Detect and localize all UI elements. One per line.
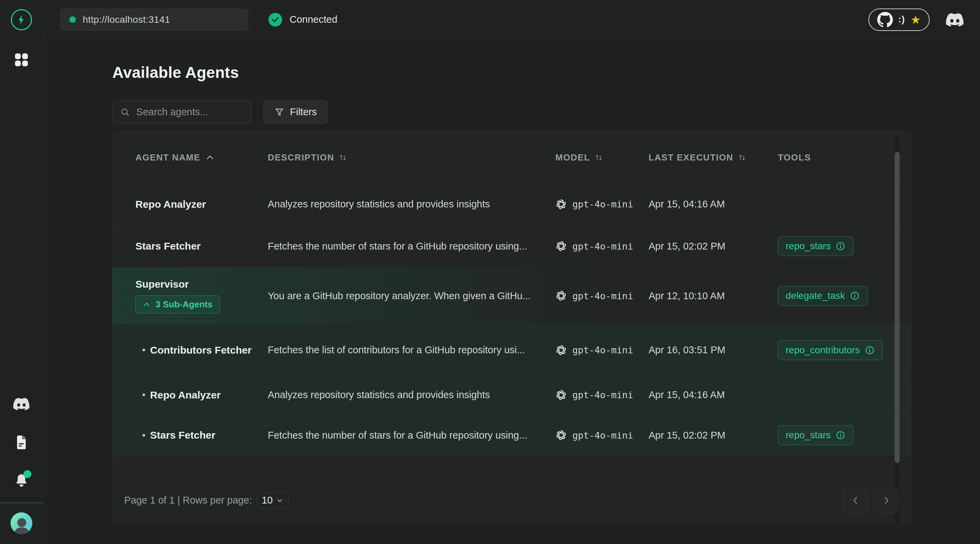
table-body: Repo AnalyzerAnalyzes repository statist…	[113, 183, 911, 456]
table-row[interactable]: •Stars FetcherFetches the number of star…	[113, 414, 911, 456]
github-icon	[877, 12, 893, 27]
openai-icon	[555, 240, 567, 252]
model-cell: gpt-4o-mini	[555, 290, 649, 301]
table-row[interactable]: Repo AnalyzerAnalyzes repository statist…	[113, 183, 911, 225]
info-icon	[835, 430, 846, 440]
sidebar-item-notifications[interactable]	[14, 473, 29, 488]
server-url-field[interactable]: http://localhost:3141	[60, 9, 248, 30]
last-execution-cell: Apr 15, 02:02 PM	[649, 241, 778, 252]
openai-icon	[555, 198, 567, 210]
github-star-button[interactable]: :) ★	[869, 8, 930, 31]
discord-link-icon[interactable]	[946, 13, 964, 27]
notification-dot	[24, 470, 31, 478]
user-avatar[interactable]	[11, 512, 32, 534]
search-input[interactable]	[137, 106, 243, 117]
description-cell: Fetches the number of stars for a GitHub…	[268, 430, 555, 441]
table-row[interactable]: Supervisor3 Sub-AgentsYou are a GitHub r…	[113, 267, 911, 324]
sub-agents-toggle[interactable]: 3 Sub-Agents	[135, 295, 220, 314]
filters-label: Filters	[290, 106, 317, 117]
connection-status: Connected	[269, 13, 337, 27]
table-row[interactable]: •Contributors FetcherFetches the list of…	[113, 324, 911, 376]
rows-per-page-select[interactable]: 10	[256, 492, 288, 508]
last-execution-cell: Apr 15, 04:16 AM	[649, 389, 778, 401]
sidebar-item-discord[interactable]	[13, 398, 30, 411]
collapse-icon	[143, 301, 151, 308]
model-cell: gpt-4o-mini	[555, 344, 649, 356]
agent-name-cell: •Stars Fetcher	[135, 430, 268, 441]
column-header-agent-name[interactable]: AGENT NAME	[135, 152, 268, 163]
info-icon	[850, 291, 860, 301]
status-label: Connected	[290, 14, 337, 25]
description-cell: Analyzes repository statistics and provi…	[268, 198, 555, 210]
pagination-summary: Page 1 of 1 | Rows per page:	[124, 495, 252, 506]
model-cell: gpt-4o-mini	[555, 430, 649, 441]
openai-icon	[555, 430, 567, 441]
tool-badge[interactable]: repo_stars	[778, 425, 853, 445]
sidebar-item-dashboard[interactable]	[14, 52, 29, 68]
search-box[interactable]	[112, 100, 251, 124]
model-name: gpt-4o-mini	[572, 390, 633, 400]
scrollbar-thumb[interactable]	[894, 152, 900, 463]
model-name: gpt-4o-mini	[572, 199, 633, 209]
description-cell: Analyzes repository statistics and provi…	[268, 389, 555, 401]
agent-name-cell: Repo Analyzer	[135, 198, 268, 210]
openai-icon	[555, 344, 567, 356]
next-page-button[interactable]	[873, 488, 899, 513]
main-content: Available Agents Filters AGENT NAMEDESCR…	[43, 40, 980, 544]
tool-badge[interactable]: repo_contributors	[778, 340, 883, 360]
column-header-description[interactable]: DESCRIPTION	[268, 152, 555, 163]
last-execution-cell: Apr 15, 02:02 PM	[649, 430, 778, 441]
sidebar-item-docs[interactable]	[14, 435, 28, 450]
tool-name: repo_stars	[786, 241, 830, 252]
app-logo[interactable]	[11, 9, 32, 30]
table-header: AGENT NAMEDESCRIPTIONMODELLAST EXECUTION…	[113, 132, 911, 183]
tool-badge[interactable]: repo_stars	[778, 236, 853, 256]
column-header-tools: TOOLS	[778, 152, 911, 163]
tool-badge[interactable]: delegate_task	[778, 286, 868, 306]
server-url: http://localhost:3141	[83, 14, 170, 25]
search-icon	[120, 106, 130, 118]
table-row[interactable]: •Repo AnalyzerAnalyzes repository statis…	[113, 376, 911, 414]
description-cell: You are a GitHub repository analyzer. Wh…	[268, 290, 555, 301]
table-row[interactable]: Stars FetcherFetches the number of stars…	[113, 225, 911, 267]
sidebar-divider	[0, 503, 43, 503]
tools-cell: repo_stars	[778, 425, 911, 445]
filters-button[interactable]: Filters	[263, 100, 328, 124]
sort-updown-icon	[738, 153, 746, 162]
model-name: gpt-4o-mini	[572, 345, 633, 355]
openai-icon	[555, 290, 567, 301]
agent-name-cell: Supervisor3 Sub-Agents	[135, 278, 268, 314]
tools-cell: repo_stars	[778, 236, 911, 256]
agent-name-cell: Stars Fetcher	[135, 240, 268, 252]
tool-name: repo_stars	[786, 430, 830, 441]
chevron-down-icon	[276, 497, 283, 504]
agent-name: •Stars Fetcher	[135, 430, 215, 441]
column-header-model[interactable]: MODEL	[555, 152, 649, 163]
prev-page-button[interactable]	[843, 488, 868, 513]
last-execution-cell: Apr 15, 04:16 AM	[649, 198, 778, 210]
info-icon	[865, 345, 875, 355]
agent-name: •Contributors Fetcher	[135, 344, 251, 356]
star-icon: ★	[911, 14, 921, 25]
sort-updown-icon	[595, 153, 603, 162]
model-cell: gpt-4o-mini	[555, 389, 649, 401]
model-cell: gpt-4o-mini	[555, 240, 649, 252]
column-header-last-execution[interactable]: LAST EXECUTION	[649, 152, 778, 163]
tool-name: repo_contributors	[786, 345, 860, 356]
apps-grid-icon	[14, 52, 29, 68]
sort-updown-icon	[339, 153, 347, 162]
sub-agents-label: 3 Sub-Agents	[156, 299, 213, 310]
check-icon	[269, 13, 282, 27]
model-name: gpt-4o-mini	[572, 241, 633, 252]
tool-name: delegate_task	[786, 290, 845, 301]
description-cell: Fetches the number of stars for a GitHub…	[268, 241, 555, 252]
agent-name: •Repo Analyzer	[135, 389, 221, 401]
sub-bullet-icon: •	[142, 390, 145, 400]
agents-table: AGENT NAMEDESCRIPTIONMODELLAST EXECUTION…	[112, 131, 911, 524]
lightning-logo-icon	[11, 9, 32, 30]
discord-icon	[13, 398, 30, 411]
agent-name: Stars Fetcher	[135, 240, 201, 252]
model-name: gpt-4o-mini	[572, 430, 633, 441]
info-icon	[835, 241, 846, 251]
sub-bullet-icon: •	[142, 430, 145, 441]
